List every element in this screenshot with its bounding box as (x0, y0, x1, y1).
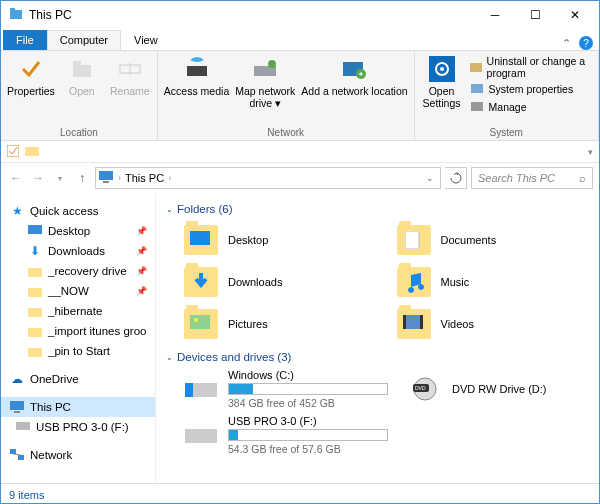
pin-icon: 📌 (136, 226, 147, 236)
recent-dropdown[interactable]: ▾ (51, 169, 69, 187)
nav-item-import[interactable]: _import itunes groo (1, 321, 155, 341)
settings-icon (428, 55, 456, 83)
nav-this-pc[interactable]: This PC (1, 397, 155, 417)
nav-network[interactable]: Network (1, 445, 155, 465)
address-box[interactable]: › This PC › ⌄ (95, 167, 441, 189)
folder-pictures[interactable]: Pictures (184, 305, 377, 343)
address-dropdown-icon[interactable]: ⌄ (426, 173, 434, 183)
title-bar: This PC ─ ☐ ✕ (1, 1, 599, 29)
access-media-label: Access media (164, 85, 229, 97)
folder-icon (9, 7, 23, 23)
back-button[interactable]: ← (7, 169, 25, 187)
properties-button[interactable]: Properties (7, 55, 55, 97)
system-properties-button[interactable]: System properties (469, 81, 592, 97)
nav-item-desktop[interactable]: Desktop📌 (1, 221, 155, 241)
folder-music[interactable]: Music (397, 263, 590, 301)
help-icon[interactable]: ? (579, 36, 593, 50)
svg-rect-20 (103, 181, 109, 183)
refresh-button[interactable] (445, 167, 467, 189)
group-label-location: Location (7, 125, 151, 138)
checkmark-icon (17, 55, 45, 83)
svg-rect-28 (14, 411, 20, 413)
svg-rect-24 (28, 308, 42, 317)
nav-quick-access[interactable]: ★ Quick access (1, 201, 155, 221)
uninstall-button[interactable]: Uninstall or change a program (469, 55, 592, 79)
svg-rect-34 (190, 315, 210, 329)
network-icon (9, 447, 25, 463)
open-label: Open (69, 85, 95, 97)
drive-dvd[interactable]: DVD DVD RW Drive (D:) (408, 369, 589, 409)
svg-rect-18 (25, 147, 39, 156)
up-button[interactable]: ↑ (73, 169, 91, 187)
drive-usb[interactable]: USB PRO 3-0 (F:) 54.3 GB free of 57.6 GB (184, 415, 388, 455)
add-location-button[interactable]: Add a network location (301, 55, 407, 97)
manage-button[interactable]: Manage (469, 99, 592, 115)
folder-icon (27, 343, 43, 359)
map-drive-icon (251, 55, 279, 83)
folder-icon (184, 225, 218, 255)
svg-rect-37 (403, 315, 406, 329)
folder-icon (27, 283, 43, 299)
svg-rect-22 (28, 268, 42, 277)
folder-icon (27, 323, 43, 339)
svg-rect-38 (420, 315, 423, 329)
capacity-bar (228, 429, 388, 441)
rename-label: Rename (110, 85, 150, 97)
nav-item-now[interactable]: __NOW📌 (1, 281, 155, 301)
folder-videos[interactable]: Videos (397, 305, 590, 343)
qat-checkbox-icon[interactable] (7, 145, 19, 159)
folder-icon (397, 225, 431, 255)
folder-icon (184, 267, 218, 297)
drive-name: DVD RW Drive (D:) (452, 383, 589, 395)
folders-section-header[interactable]: ⌄ Folders (6) (166, 203, 589, 215)
drives-section-header[interactable]: ⌄ Devices and drives (3) (166, 351, 589, 363)
nav-item-downloads[interactable]: ⬇Downloads📌 (1, 241, 155, 261)
nav-item-recovery[interactable]: _recovery drive📌 (1, 261, 155, 281)
folder-downloads[interactable]: Downloads (184, 263, 377, 301)
nav-onedrive[interactable]: ☁OneDrive (1, 369, 155, 389)
nav-item-pin[interactable]: _pin to Start (1, 341, 155, 361)
search-box[interactable]: Search This PC ⌕ (471, 167, 593, 189)
nav-usb[interactable]: USB PRO 3-0 (F:) (1, 417, 155, 437)
forward-button[interactable]: → (29, 169, 47, 187)
maximize-button[interactable]: ☐ (515, 1, 555, 29)
desktop-icon (27, 223, 43, 239)
drive-c[interactable]: Windows (C:) 384 GB free of 452 GB (184, 369, 388, 409)
close-button[interactable]: ✕ (555, 1, 595, 29)
svg-rect-21 (28, 225, 42, 234)
svg-point-13 (440, 67, 444, 71)
tab-file[interactable]: File (3, 30, 47, 50)
svg-rect-31 (18, 455, 24, 460)
search-placeholder: Search This PC (478, 172, 555, 184)
onedrive-icon: ☁ (9, 371, 25, 387)
svg-rect-2 (73, 65, 91, 77)
open-icon (68, 55, 96, 83)
folder-icon (184, 309, 218, 339)
svg-rect-17 (7, 145, 19, 157)
nav-item-hibernate[interactable]: _hibernate (1, 301, 155, 321)
map-drive-button[interactable]: Map network drive ▾ (235, 55, 295, 109)
folder-desktop[interactable]: Desktop (184, 221, 377, 259)
ribbon-group-location: Properties Open Rename Location (1, 51, 158, 140)
open-settings-label: Open Settings (423, 85, 461, 109)
address-crumb[interactable]: This PC (125, 172, 164, 184)
access-media-button[interactable]: Access media (164, 55, 229, 97)
folder-documents[interactable]: Documents (397, 221, 590, 259)
manage-icon (469, 99, 485, 115)
tab-view[interactable]: View (121, 30, 171, 50)
qat-folder-icon[interactable] (25, 145, 39, 159)
pc-icon (98, 170, 114, 186)
folder-icon (397, 309, 431, 339)
minimize-button[interactable]: ─ (475, 1, 515, 29)
svg-rect-3 (73, 61, 81, 66)
manage-label: Manage (489, 101, 527, 113)
open-settings-button[interactable]: Open Settings (421, 55, 463, 109)
minimize-ribbon-icon[interactable]: ⌃ (562, 37, 571, 50)
drive-free-text: 54.3 GB free of 57.6 GB (228, 443, 388, 455)
pc-icon (9, 399, 25, 415)
tab-computer[interactable]: Computer (47, 30, 121, 50)
qat-dropdown-icon[interactable]: ▾ (588, 147, 593, 157)
quick-access-toolbar: ▾ (1, 141, 599, 163)
svg-rect-30 (10, 449, 16, 454)
system-props-label: System properties (489, 83, 574, 95)
